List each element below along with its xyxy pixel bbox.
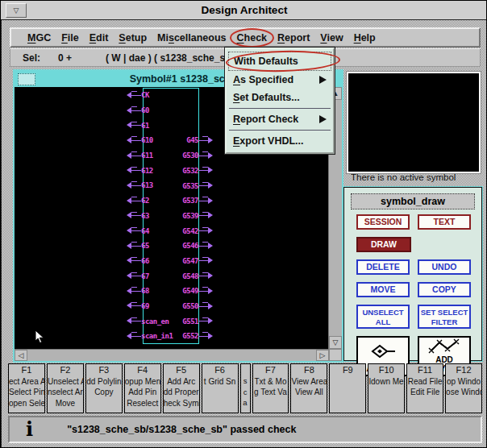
pin-label: G550 [150,302,198,310]
function-key[interactable]: F10 ldown Me [368,363,405,413]
move-button[interactable]: MOVE [356,282,410,297]
menu-miscellaneous[interactable]: Miscellaneous [157,32,226,44]
pin-label: G2 [141,197,149,205]
pin-row[interactable]: G539 [150,209,213,224]
menu-report[interactable]: Report [277,32,310,44]
pin-arrow-left-icon [127,197,141,205]
pin-arrow-left-icon [127,91,141,99]
scroll-right-icon[interactable]: ▷ [316,350,329,361]
pin-arrow-left-icon [127,212,141,220]
pin-label: G537 [150,197,198,205]
delete-button[interactable]: DELETE [356,259,410,275]
pin-label: G4 [141,227,149,235]
menu-mgc[interactable]: MGC [27,32,51,44]
function-key[interactable]: F4 opup Men Add Pin Reselect [124,363,161,413]
function-key[interactable]: F1 ect Area A Select Pin open Sele [8,363,45,413]
pin-row[interactable]: G548 [150,268,213,284]
set-select-filter-button[interactable]: SET SELECT FILTER [418,305,471,329]
menu-setup[interactable]: Setup [119,32,147,44]
pin-row[interactable]: G532 [150,163,213,178]
scroll-left-icon[interactable]: ◁ [15,350,27,361]
message-bar: i "s1238_sche_sb/s1238_sche_sb" passed c… [8,416,482,443]
pin-arrow-left-icon [127,122,141,130]
pin-row[interactable]: G0 [127,103,215,118]
pin-arrow-left-icon [127,167,141,175]
window-menu-icon[interactable] [18,73,35,85]
pin-label: CK [141,91,149,99]
pin-row[interactable]: G546 [150,239,213,254]
mouse-cursor-icon [35,330,44,344]
draw-button[interactable]: DRAW [356,237,411,252]
function-key[interactable]: F9 [329,363,366,413]
pin-row[interactable]: G537 [150,193,213,209]
symbol-draw-palette: symbol_draw SESSION TEXT DRAW DELETE UND… [343,187,482,361]
menu-item-set-defaults[interactable]: Set Defaults... [228,89,331,106]
menu-item-export-vhdl[interactable]: Export VHDL... [228,132,331,150]
pin-label: G530 [150,151,198,160]
unselect-all-button[interactable]: UNSELECT ALL [356,305,410,329]
pin-row[interactable]: G45 [150,133,213,148]
pin-row[interactable]: G542 [150,223,213,239]
function-key[interactable]: F11 Read File Edit File [406,363,443,413]
function-key[interactable]: F8 View Area View All [290,363,327,413]
menu-view[interactable]: View [320,32,343,44]
pin-row[interactable]: G551 [150,313,213,329]
pin-label: G6 [141,257,149,265]
horizontal-scrollbar[interactable]: ◁ ▷ [15,349,329,361]
menu-file[interactable]: File [61,32,79,44]
window-titlebar: ▽ Design Architect [1,1,487,21]
undo-button[interactable]: UNDO [418,259,471,275]
pin-row[interactable]: G552 [150,329,213,344]
pin-arrow-left-icon [127,181,141,189]
scroll-down-icon[interactable]: ▽ [329,336,342,349]
window-resize-corner[interactable] [329,349,342,361]
pin-label: G8 [141,287,149,295]
pin-row[interactable]: G550 [150,299,213,314]
pin-row[interactable]: G530 [150,148,213,164]
pin-arrow-right-icon [198,136,213,144]
function-key[interactable]: F7 Txt & Mo g Text Va [252,363,289,413]
pin-arrow-right-icon [198,302,213,310]
function-key[interactable]: F5 Add Arc dd Proper heck Symb [163,363,200,413]
menu-item-with-defaults[interactable]: With Defaults [228,52,331,71]
pin-label: G552 [150,332,198,340]
menu-bar: MGC File Edit Setup Miscellaneous Check … [10,27,481,48]
pin-arrow-right-icon [198,257,213,265]
check-dropdown-menu: With Defaults As Specified Set Defaults.… [225,48,335,154]
pin-arrow-right-icon [198,272,213,280]
pin-row[interactable]: G549 [150,284,213,299]
function-key[interactable]: F6 t Grid Sn [202,363,239,413]
text-button[interactable]: TEXT [418,214,471,230]
pin-label: G1 [141,122,149,130]
window-menu-button[interactable]: ▽ [6,3,27,18]
pin-row[interactable]: G1 [127,118,215,133]
pin-row[interactable]: G547 [150,254,213,269]
sel-count: 0 + [58,52,72,64]
function-key[interactable]: F3 dd Polylin Copy [85,363,123,413]
pin-arrow-right-icon [198,151,213,160]
pin-row[interactable]: CK [127,88,215,103]
menu-check[interactable]: Check [237,32,268,44]
menu-item-as-specified[interactable]: As Specified [228,71,331,89]
pin-label: G532 [150,167,198,175]
menu-item-report-check[interactable]: Report Check [228,110,331,128]
menu-edit[interactable]: Edit [89,32,109,44]
pin-arrow-left-icon [127,136,141,144]
session-button[interactable]: SESSION [356,214,410,230]
fkey-overflow-strip[interactable]: s c a [240,363,251,413]
pin-row[interactable]: G535 [150,178,213,193]
submenu-arrow-icon [319,115,327,123]
pin-label: G551 [150,317,198,326]
function-key[interactable]: F12 op Windo ose Windo [445,363,482,413]
pin-arrow-left-icon [127,106,141,114]
pin-arrow-left-icon [127,227,141,235]
pin-label: G549 [150,287,198,295]
pin-arrow-left-icon [127,317,141,326]
submenu-arrow-icon [319,76,327,84]
fkeys-left: F1 ect Area A Select Pin open Sele F2 Un… [8,363,239,413]
menu-help[interactable]: Help [354,32,376,44]
function-key[interactable]: F2 Unselect A nselect Ar Move [47,363,84,413]
sel-label: Sel: [23,52,40,64]
pin-arrow-right-icon [198,242,213,250]
copy-button[interactable]: COPY [418,282,471,297]
